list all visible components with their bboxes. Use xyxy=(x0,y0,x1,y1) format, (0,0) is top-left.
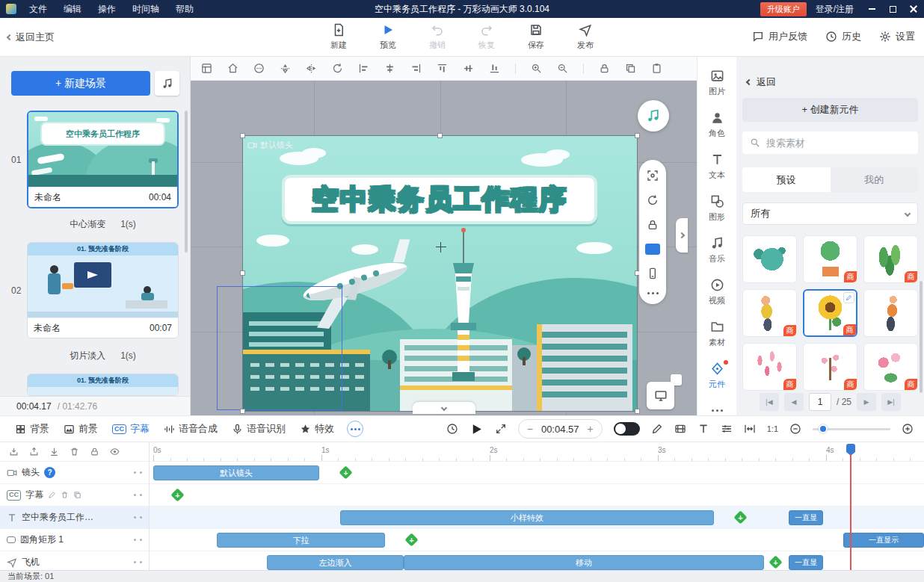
asset-thumbnail[interactable]: 商 xyxy=(803,343,857,391)
minimize-button[interactable] xyxy=(861,0,882,18)
history-icon[interactable] xyxy=(446,423,458,435)
align-center-icon[interactable] xyxy=(384,63,395,74)
new-scene-button[interactable]: + 新建场景 xyxy=(11,71,150,96)
visibility-icon[interactable] xyxy=(110,447,120,456)
asset-thumbnail-selected[interactable]: 商 xyxy=(803,289,857,337)
feedback-button[interactable]: 用户反馈 xyxy=(752,30,807,43)
menu-timeline[interactable]: 时间轴 xyxy=(124,0,167,18)
track-airplane[interactable]: 飞机 xyxy=(0,551,149,570)
delete-subtitle-icon[interactable] xyxy=(61,491,69,499)
home-icon[interactable] xyxy=(227,63,238,74)
assets-back-button[interactable]: 返回 xyxy=(747,75,776,89)
edit-icon[interactable] xyxy=(651,423,663,435)
timeline-clip[interactable]: 一直显 xyxy=(789,510,823,525)
camera-label[interactable]: 默认镜头 xyxy=(247,140,293,151)
scene-card-1[interactable]: 空中乘务员工作程序 未命名 00:04 xyxy=(27,111,179,208)
align-top-icon[interactable] xyxy=(437,63,448,74)
more-modes-button[interactable] xyxy=(347,421,363,437)
fit-camera-icon[interactable] xyxy=(647,170,659,182)
add-keyframe-button[interactable]: + xyxy=(769,555,782,569)
text-tool-icon[interactable] xyxy=(697,423,709,435)
align-bottom-icon[interactable] xyxy=(489,63,500,74)
track-subtitle[interactable]: CC 字幕 xyxy=(0,484,149,507)
add-keyframe-button[interactable]: + xyxy=(170,488,184,501)
library-item-shape[interactable]: 图形 xyxy=(697,193,736,224)
stage-title-box[interactable]: 空中乘务员工作程序 xyxy=(282,175,597,224)
track-options[interactable] xyxy=(134,494,142,496)
prev-page-button[interactable]: ◀ xyxy=(784,393,804,411)
more-options-icon[interactable] xyxy=(647,292,659,294)
scene-panel-scrollbar[interactable] xyxy=(185,111,188,253)
lock-track-icon[interactable] xyxy=(90,447,99,456)
actual-size-button[interactable]: 1:1 xyxy=(767,424,778,433)
new-button[interactable]: 新建 xyxy=(326,23,351,51)
time-plus-button[interactable]: + xyxy=(588,424,594,434)
fullscreen-icon[interactable] xyxy=(495,423,507,435)
timeline-clip[interactable]: 左边渐入 xyxy=(267,555,404,570)
scene-card-3-partial[interactable]: 01. 预先准备阶段 xyxy=(27,374,179,396)
menu-operate[interactable]: 操作 xyxy=(90,0,124,18)
paste-icon[interactable] xyxy=(651,63,662,74)
zoom-out-icon[interactable] xyxy=(789,423,801,435)
add-keyframe-button[interactable]: + xyxy=(404,533,418,546)
add-keyframe-button[interactable]: + xyxy=(339,465,352,479)
adjust-icon[interactable] xyxy=(721,423,733,435)
align-left-icon[interactable] xyxy=(358,63,369,74)
undo-button[interactable]: 撤销 xyxy=(425,23,450,51)
resize-handle[interactable] xyxy=(635,409,640,414)
move-down-icon[interactable] xyxy=(49,447,59,456)
library-item-character[interactable]: 角色 xyxy=(697,109,736,140)
delete-track-icon[interactable] xyxy=(70,447,79,456)
track-camera[interactable]: 镜头 ? xyxy=(0,462,149,484)
export-track-icon[interactable] xyxy=(29,447,39,456)
menu-help[interactable]: 帮助 xyxy=(167,0,202,18)
maximize-button[interactable] xyxy=(882,0,903,18)
rotate-view-icon[interactable] xyxy=(647,194,659,206)
tab-presets[interactable]: 预设 xyxy=(742,167,831,192)
first-page-button[interactable]: |◀ xyxy=(760,393,779,411)
timeline-clip[interactable]: 默认镜头 xyxy=(153,465,319,480)
resize-handle[interactable] xyxy=(240,270,245,276)
mode-speech-recognition[interactable]: 语音识别 xyxy=(226,419,292,439)
copy-subtitle-icon[interactable] xyxy=(73,491,81,499)
lock-icon[interactable] xyxy=(599,63,610,74)
storyboard-icon[interactable] xyxy=(201,63,212,74)
zoom-in-icon[interactable] xyxy=(902,423,914,435)
lock-icon[interactable] xyxy=(647,219,659,231)
add-keyframe-button[interactable]: + xyxy=(733,510,747,524)
settings-button[interactable]: 设置 xyxy=(879,30,915,43)
mode-tts[interactable]: 语音合成 xyxy=(158,419,224,439)
align-right-icon[interactable] xyxy=(410,63,422,74)
resize-handle[interactable] xyxy=(240,409,245,414)
selection-rect[interactable] xyxy=(217,286,342,410)
search-input[interactable] xyxy=(766,137,911,149)
preview-button[interactable]: 预览 xyxy=(375,23,401,51)
track-text-element[interactable]: 空中乘务员工作程序 xyxy=(0,507,149,529)
phone-icon[interactable] xyxy=(647,267,659,279)
resize-handle[interactable] xyxy=(437,133,443,138)
help-badge[interactable]: ? xyxy=(44,467,55,478)
upgrade-account-button[interactable]: 升级账户 xyxy=(760,2,807,16)
timeline-clip[interactable]: 一直显 xyxy=(789,555,823,570)
landscape-ratio-button[interactable] xyxy=(645,244,660,255)
align-middle-icon[interactable] xyxy=(463,63,474,74)
last-page-button[interactable]: ▶| xyxy=(881,393,901,411)
asset-thumbnail[interactable]: 商 xyxy=(803,235,857,283)
slider-knob[interactable] xyxy=(819,424,828,433)
mode-subtitle[interactable]: CC字幕 xyxy=(106,419,155,439)
clip-icon[interactable] xyxy=(674,423,686,435)
zoom-in-icon[interactable] xyxy=(531,63,542,74)
scene-transition[interactable]: 切片淡入1(s) xyxy=(27,350,179,362)
asset-thumbnail[interactable]: 商 xyxy=(863,235,918,283)
play-button[interactable] xyxy=(469,422,484,436)
tab-mine[interactable]: 我的 xyxy=(831,167,919,192)
timeline-clip[interactable]: 一直显示 xyxy=(843,533,924,548)
track-rounded-rect[interactable]: 圆角矩形 1 xyxy=(0,529,149,551)
track-options[interactable] xyxy=(134,471,142,474)
scene-card-2[interactable]: 01. 预先准备阶段 未命名 00:07 xyxy=(27,242,179,338)
asset-thumbnail[interactable] xyxy=(742,235,797,283)
create-widget-button[interactable]: + 创建新元件 xyxy=(742,98,918,122)
library-item-material[interactable]: 素材 xyxy=(697,318,736,350)
timeline-clip[interactable]: 下拉 xyxy=(217,533,385,548)
timeline-clip[interactable]: 小样特效 xyxy=(340,510,714,525)
